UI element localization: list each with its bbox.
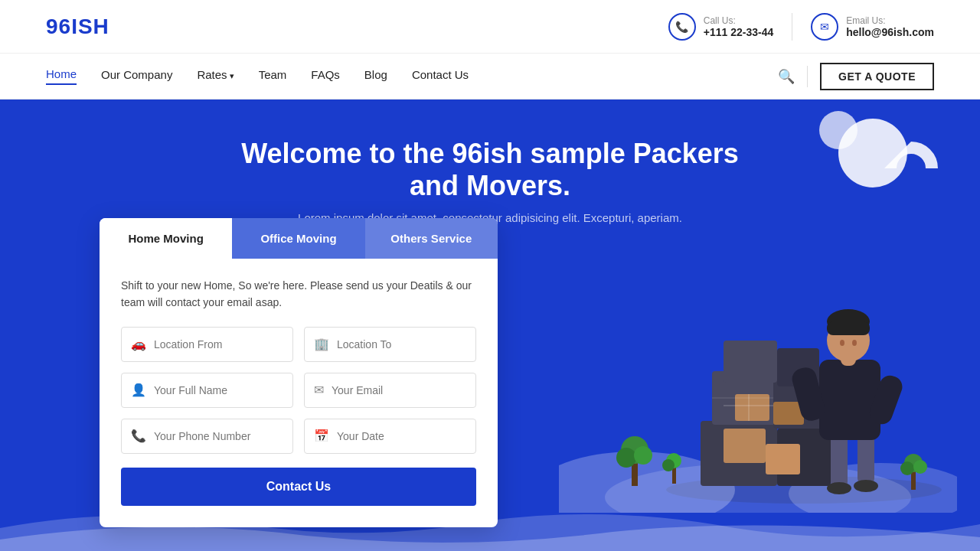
navbar: Home Our Company Rates Team FAQs Blog Co…: [0, 54, 980, 99]
svg-point-32: [616, 448, 636, 468]
person-icon: 👤: [131, 383, 146, 397]
svg-rect-18: [858, 432, 874, 486]
svg-point-37: [913, 460, 927, 474]
date-group: 📅: [304, 419, 476, 454]
get-quote-button[interactable]: GET A QUOTE: [820, 63, 934, 90]
location-to-input[interactable]: [337, 338, 466, 350]
form-description: Shift to your new Home, So we're here. P…: [121, 277, 476, 311]
nav-blog[interactable]: Blog: [364, 68, 387, 84]
full-name-input[interactable]: [154, 384, 283, 396]
search-icon[interactable]: 🔍: [778, 68, 795, 85]
email-group: ✉: [304, 373, 476, 408]
nav-team[interactable]: Team: [259, 68, 287, 84]
location-from-icon: 🚗: [131, 337, 146, 351]
form-row-phone-date: 📞 📅: [121, 419, 476, 454]
svg-point-28: [840, 340, 844, 346]
svg-point-29: [852, 340, 857, 346]
nav-home[interactable]: Home: [46, 67, 77, 85]
email-address: hello@96ish.com: [846, 26, 934, 38]
form-card: Home Moving Office Moving Others Service…: [100, 218, 498, 527]
nav-links: Home Our Company Rates Team FAQs Blog Co…: [46, 67, 469, 85]
svg-point-20: [854, 480, 878, 492]
form-body: Shift to your new Home, So we're here. P…: [100, 259, 498, 527]
phone-icon: 📞: [668, 13, 696, 41]
svg-point-36: [900, 461, 914, 475]
svg-rect-9: [766, 444, 800, 474]
svg-rect-10: [724, 341, 777, 383]
svg-rect-27: [827, 321, 870, 335]
logo: 96ISH: [46, 15, 109, 39]
contact-divider: [792, 13, 792, 41]
svg-point-19: [827, 482, 851, 494]
full-name-group: 👤: [121, 373, 293, 408]
header-top: 96ISH 📞 Call Us: +111 22-33-44 ✉ Email U…: [0, 0, 980, 54]
email-input[interactable]: [332, 384, 466, 396]
tab-home-moving[interactable]: Home Moving: [100, 218, 232, 259]
nav-faqs[interactable]: FAQs: [311, 68, 340, 84]
deco-circle-small: [819, 111, 858, 149]
phone-field-icon: 📞: [131, 429, 146, 443]
tab-others-service[interactable]: Others Service: [365, 218, 498, 259]
hero-illustration: [559, 207, 957, 513]
hero-section: Welcome to the 96ish sample Packers and …: [0, 99, 980, 551]
location-to-icon: 🏢: [314, 337, 329, 351]
nav-contact[interactable]: Contact Us: [412, 68, 469, 84]
phone-input[interactable]: [154, 430, 283, 442]
call-number: +111 22-33-44: [704, 26, 773, 38]
phone-group: 📞: [121, 419, 293, 454]
contact-us-button[interactable]: Contact Us: [121, 468, 476, 506]
call-label: Call Us:: [704, 15, 773, 26]
form-row-name-email: 👤 ✉: [121, 373, 476, 408]
nav-right: 🔍 GET A QUOTE: [778, 63, 934, 90]
location-from-input[interactable]: [154, 338, 283, 350]
contact-info: 📞 Call Us: +111 22-33-44 ✉ Email Us: hel…: [668, 13, 934, 41]
svg-point-33: [634, 446, 652, 465]
svg-rect-8: [724, 429, 766, 463]
email-label: Email Us:: [846, 15, 934, 26]
hero-title: Welcome to the 96ish sample Packers and …: [222, 138, 758, 202]
email-icon: ✉: [811, 13, 838, 41]
date-input[interactable]: [337, 430, 466, 442]
email-contact: ✉ Email Us: hello@96ish.com: [811, 13, 934, 41]
phone-contact: 📞 Call Us: +111 22-33-44: [668, 13, 773, 41]
svg-rect-17: [831, 432, 848, 490]
tab-office-moving[interactable]: Office Moving: [232, 218, 364, 259]
email-field-icon: ✉: [314, 383, 324, 397]
tabs: Home Moving Office Moving Others Service: [100, 218, 498, 259]
nav-our-company[interactable]: Our Company: [101, 68, 172, 84]
svg-rect-21: [819, 360, 880, 440]
form-row-location: 🚗 🏢: [121, 327, 476, 362]
nav-rates[interactable]: Rates: [197, 68, 234, 84]
location-from-group: 🚗: [121, 327, 293, 362]
calendar-icon: 📅: [314, 429, 329, 443]
nav-divider: [807, 66, 808, 87]
location-to-group: 🏢: [304, 327, 476, 362]
svg-point-40: [662, 459, 675, 471]
